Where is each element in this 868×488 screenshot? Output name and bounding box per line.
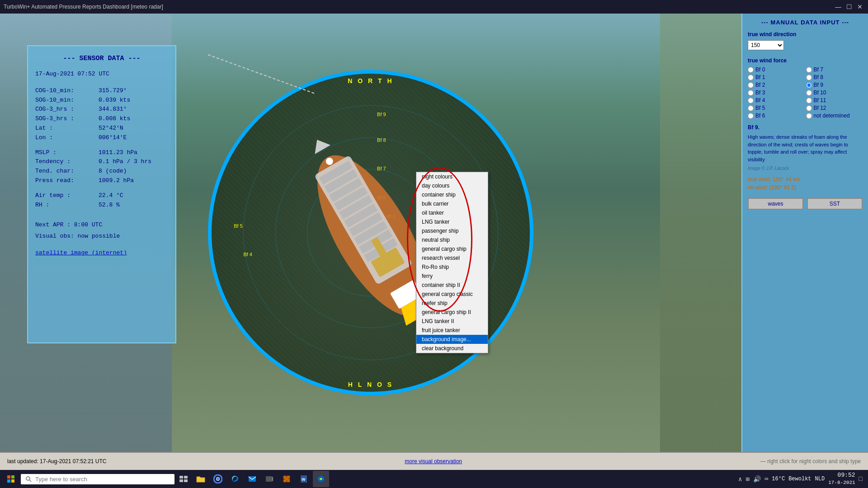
radio-bf6[interactable]: Bf 6 [748, 113, 805, 119]
menu-item-background-image[interactable]: background image... [416, 335, 488, 344]
menu-item-lng-tanker[interactable]: LNG tanker [416, 217, 488, 226]
time-display: 09:52 [828, 472, 855, 479]
network-icon[interactable]: ⊞ [745, 475, 749, 483]
svg-marker-17 [309, 135, 330, 154]
radar-area[interactable]: Bf 9 Bf 8 Bf 7 Bf 6 Bf 5 Bf 4 Bf 3 N O R… [0, 14, 741, 452]
menu-item-reefer-ship[interactable]: reefer ship [416, 299, 488, 308]
radio-bf4[interactable]: Bf 4 [748, 97, 805, 103]
menu-item-research-vessel[interactable]: research vessel [416, 253, 488, 263]
svg-rect-21 [11, 479, 14, 483]
port-right-bg [660, 14, 741, 452]
svg-rect-26 [179, 479, 183, 482]
file-explorer-button[interactable] [193, 471, 209, 487]
status-center-link[interactable]: more visual observation [113, 458, 753, 465]
satellite-link[interactable]: satellite image (internet) [35, 249, 168, 258]
wind-direction-select[interactable]: 150 160 170 180 [748, 40, 784, 50]
menu-item-bulk-carrier[interactable]: bulk carrier [416, 199, 488, 208]
radio-bf12[interactable]: Bf 12 [806, 105, 863, 111]
radio-bf10[interactable]: Bf 10 [806, 89, 863, 96]
sensor-row-airtemp: Air temp : 22.4 °C [35, 191, 168, 201]
svg-marker-33 [272, 476, 273, 482]
svg-rect-27 [184, 479, 188, 482]
outlook-icon [248, 474, 257, 483]
radio-bf9[interactable]: Bf 9 [806, 82, 863, 88]
right-panel-title: --- MANUAL DATA INPUT --- [748, 19, 863, 26]
menu-item-day-colours[interactable]: day colours [416, 181, 488, 190]
sst-button[interactable]: SST [807, 198, 863, 210]
compass-south: H L N O S [348, 381, 393, 388]
start-button[interactable] [2, 474, 20, 484]
radio-bf7[interactable]: Bf 7 [806, 66, 863, 73]
sensor-visual-obs: Visual obs: now possible [35, 232, 168, 241]
chrome-button[interactable] [210, 471, 226, 487]
menu-item-general-cargo-ship[interactable]: general cargo ship [416, 244, 488, 253]
bf-selected-label: Bf 9. [748, 124, 863, 131]
edge-button[interactable] [227, 471, 243, 487]
wind-direction-label: true wind direction [748, 31, 863, 38]
chevron-up-icon[interactable]: ∧ [738, 475, 742, 483]
svg-rect-18 [7, 475, 10, 479]
context-menu[interactable]: night colours day colours container ship… [416, 172, 488, 353]
menu-item-night-colours[interactable]: night colours [416, 172, 488, 181]
temperature-display: 16°C [772, 476, 785, 482]
menu-item-container-ship[interactable]: container ship [416, 190, 488, 199]
menu-item-general-cargo-ship-ii[interactable]: general cargo ship II [416, 308, 488, 317]
app5-button[interactable] [261, 471, 278, 487]
svg-point-30 [217, 478, 219, 480]
keyboard-icon: ⌨ [764, 475, 768, 483]
maximize-btn[interactable]: ☐ [844, 2, 854, 11]
right-panel: --- MANUAL DATA INPUT --- true wind dire… [741, 14, 868, 452]
menu-item-general-cargo-classic[interactable]: general cargo classic [416, 290, 488, 299]
svg-rect-25 [184, 476, 188, 479]
radio-bf8[interactable]: Bf 8 [806, 74, 863, 80]
radio-bf5[interactable]: Bf 5 [748, 105, 805, 111]
speaker-icon[interactable]: 🔊 [753, 475, 761, 483]
radio-bf3[interactable]: Bf 3 [748, 89, 805, 96]
puzzle-button[interactable] [278, 471, 295, 487]
sensor-panel: --- SENSOR DATA --- 17-Aug-2021 07:52 UT… [27, 45, 176, 343]
menu-item-oil-tanker[interactable]: oil tanker [416, 208, 488, 217]
task-view-button[interactable] [175, 471, 192, 487]
word-button[interactable]: W [296, 471, 312, 487]
waves-button[interactable]: waves [748, 198, 803, 210]
search-input[interactable] [35, 476, 162, 483]
svg-point-37 [320, 478, 322, 480]
menu-item-passenger-ship[interactable]: passenger ship [416, 226, 488, 235]
search-icon [25, 476, 32, 482]
svg-rect-24 [179, 476, 183, 479]
bf-description: High waves; dense streaks of foam along … [748, 133, 863, 163]
menu-item-clear-background[interactable]: clear background [416, 344, 488, 353]
menu-item-ferry[interactable]: ferry [416, 272, 488, 281]
outlook-button[interactable] [244, 471, 260, 487]
minimize-btn[interactable]: — [834, 2, 843, 11]
radio-bf0[interactable]: Bf 0 [748, 66, 805, 73]
menu-item-container-ship-ii[interactable]: container ship II [416, 281, 488, 290]
radio-bf-not-determined[interactable]: not determined [806, 113, 863, 119]
true-wind-info: true wind: 150° 44 kts [748, 176, 863, 183]
notification-icon[interactable]: □ [859, 475, 863, 483]
compass-north: N O R T H [348, 77, 393, 84]
radio-bf11[interactable]: Bf 11 [806, 97, 863, 103]
turbowin-button[interactable] [313, 471, 329, 487]
menu-item-neutral-ship[interactable]: neutral ship [416, 235, 488, 244]
folder-icon [196, 475, 205, 483]
sensor-row-sog10: SOG-10_min: 0.039 kts [35, 96, 168, 105]
radio-bf1[interactable]: Bf 1 [748, 74, 805, 80]
status-right: — right click for night colors and ship … [753, 458, 868, 465]
window-controls[interactable]: — ☐ ✕ [834, 2, 864, 11]
radio-bf2[interactable]: Bf 2 [748, 82, 805, 88]
titlebar-title: TurboWin+ Automated Pressure Reports Das… [4, 4, 163, 10]
menu-item-lng-tanker-ii[interactable]: LNG tanker II [416, 317, 488, 326]
titlebar: TurboWin+ Automated Pressure Reports Das… [0, 0, 868, 14]
menu-item-ro-ro-ship[interactable]: Ro-Ro ship [416, 263, 488, 272]
edge-icon [231, 474, 240, 483]
search-bar[interactable] [21, 474, 175, 484]
sensor-row-tend-char: Tend. char: 8 (code) [35, 167, 168, 176]
sensor-row-lat: Lat : 52°42'N [35, 124, 168, 133]
sensor-row-tendency: Tendency : 0.1 hPa / 3 hrs [35, 157, 168, 167]
windows-logo-icon [7, 475, 14, 483]
menu-item-fruit-juice-tanker[interactable]: fruit juice tanker [416, 326, 488, 335]
close-btn[interactable]: ✕ [855, 2, 864, 11]
clock[interactable]: 09:52 17-8-2021 [828, 472, 855, 486]
language-display[interactable]: NLD [815, 476, 825, 482]
